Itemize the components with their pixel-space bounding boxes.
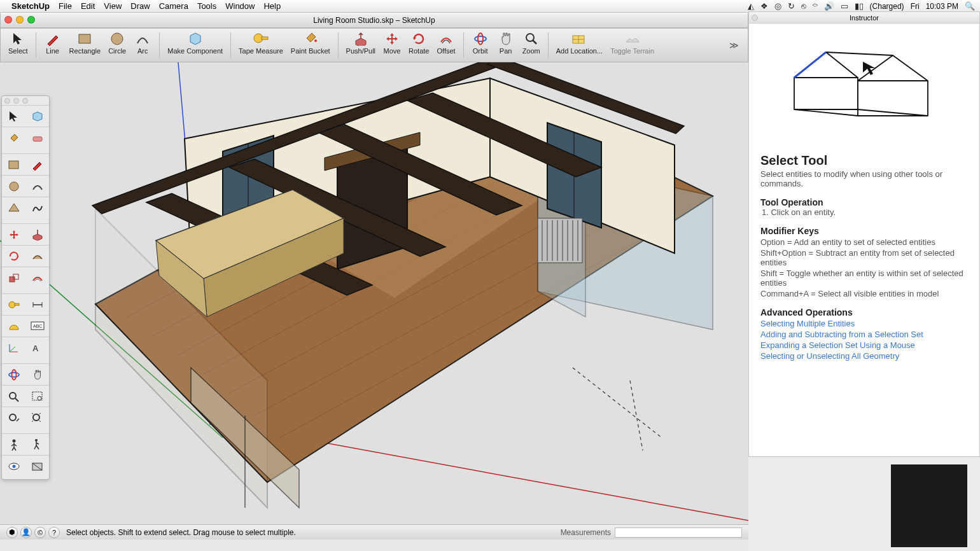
palette-zoom-window[interactable] [25,385,49,407]
palette-pan[interactable] [25,363,49,385]
spotlight-icon[interactable]: 🔍 [965,1,975,11]
palette-polygon[interactable] [2,197,25,218]
tool-circle[interactable]: Circle [104,29,130,61]
window-zoom-button[interactable] [27,16,35,24]
palette-protractor[interactable] [2,315,25,337]
menu-help[interactable]: Help [263,1,281,11]
instructor-link[interactable]: Selecting Multiple Entities [760,319,968,328]
palette-offset[interactable] [25,267,49,288]
menubar-right: ◭ ❖ ◎ ↻ ⎋ ⌔ 🔊 ▭ ▮▯ (Charged) Fri 10:03 P… [748,1,975,11]
palette-3d-text[interactable]: A [25,337,49,358]
window-titlebar[interactable]: Living Room Studio.skp – SketchUp [0,13,748,28]
toolbar-separator [548,32,549,58]
palette-select[interactable] [2,105,25,127]
menubar-time[interactable]: 10:03 PM [926,2,958,11]
window-close-button[interactable] [4,16,12,24]
gdrive-icon[interactable]: ◭ [748,1,754,11]
palette-freehand[interactable] [25,197,49,218]
palette-move[interactable] [2,223,25,245]
palette-previous[interactable] [2,407,25,428]
component-icon [186,31,204,47]
tool-pan[interactable]: Pan [493,29,519,61]
palette-axes[interactable] [2,337,25,358]
tool-paint-bucket[interactable]: Paint Bucket [287,29,334,61]
palette-walk[interactable] [25,433,49,455]
wifi-icon[interactable]: ⌔ [813,1,818,11]
instructor-illustration [749,24,979,151]
menu-camera[interactable]: Camera [159,1,188,11]
instructor-close-button[interactable] [752,15,758,21]
osx-menubar[interactable]: SketchUp File Edit View Draw Camera Tool… [0,0,980,13]
measurements-input[interactable] [615,527,742,538]
palette-follow-me[interactable] [25,245,49,267]
tool-orbit[interactable]: Orbit [468,29,493,61]
tool-add-location[interactable]: Add Location... [552,29,606,61]
status-help-icon[interactable]: ? [48,527,60,538]
palette-tape-measure[interactable] [2,293,25,315]
measurements-label: Measurements [561,528,611,537]
palette-position-camera[interactable] [2,433,25,455]
menubar-appname[interactable]: SketchUp [11,1,50,11]
status-credits-icon[interactable]: © [34,527,46,538]
palette-eraser[interactable] [25,127,49,148]
instructor-titlebar[interactable]: Instructor [749,12,979,24]
palette-text[interactable]: ABC [25,315,49,337]
toolbar-overflow-icon[interactable]: ≫ [729,40,744,50]
menu-tools[interactable]: Tools [197,1,216,11]
palette-make-component[interactable] [25,105,49,127]
palette-titlebar[interactable] [2,96,49,105]
tool-move[interactable]: Move [379,29,405,61]
backup-icon[interactable]: ◎ [774,1,781,11]
palette-zoom[interactable] [2,385,25,407]
palette-circle[interactable] [2,175,25,197]
tool-label: Line [46,47,59,55]
tool-line[interactable]: Line [40,29,66,61]
window-minimize-button[interactable] [16,16,24,24]
instructor-link[interactable]: Expanding a Selection Set Using a Mouse [760,340,968,350]
menu-draw[interactable]: Draw [130,1,150,11]
tool-offset[interactable]: Offset [433,29,459,61]
palette-scale[interactable] [2,267,25,288]
menubar-day[interactable]: Fri [911,2,920,11]
palette-arc[interactable] [25,175,49,197]
palette-rotate[interactable] [2,245,25,267]
orbit-icon [472,31,489,47]
tool-rotate[interactable]: Rotate [405,29,433,61]
menu-edit[interactable]: Edit [81,1,95,11]
palette-dimensions[interactable] [25,293,49,315]
palette-rectangle[interactable] [2,153,25,175]
instructor-link[interactable]: Selecting or Unselecting All Geometry [760,351,968,361]
palette-push-pull[interactable] [25,223,49,245]
palette-look-around[interactable] [2,455,25,477]
tool-rectangle[interactable]: Rectangle [66,29,105,61]
sync-icon[interactable]: ❖ [760,1,768,11]
menu-view[interactable]: View [104,1,122,11]
display-icon[interactable]: ▭ [841,1,848,11]
menu-window[interactable]: Window [225,1,255,11]
palette-section-plane[interactable] [25,455,49,477]
svg-rect-3 [262,37,268,39]
tool-make-component[interactable]: Make Component [164,29,227,61]
battery-icon[interactable]: ▮▯ [855,1,864,11]
tool-tape-measure[interactable]: Tape Measure [235,29,287,61]
palette-orbit[interactable] [2,363,25,385]
tool-arc[interactable]: Arc [130,29,155,61]
palette-paint-bucket[interactable] [2,127,25,148]
volume-icon[interactable]: 🔊 [824,1,834,11]
tool-select[interactable]: Select [4,29,32,61]
tool-label: Paint Bucket [291,47,330,55]
tool-push-pull[interactable]: Push/Pull [342,29,379,61]
bluetooth-icon[interactable]: ⎋ [801,1,806,11]
model-viewport[interactable] [0,62,748,524]
status-geo-icon[interactable]: ⬢ [6,527,18,538]
tool-toggle-terrain[interactable]: Toggle Terrain [606,29,658,61]
svg-point-1 [111,33,123,45]
menu-file[interactable]: File [59,1,72,11]
tool-zoom[interactable]: Zoom [519,29,544,61]
palette-zoom-extents[interactable] [25,407,49,428]
status-person-icon[interactable]: 👤 [20,527,32,538]
instructor-link[interactable]: Adding and Subtracting from a Selection … [760,330,968,339]
clock-icon[interactable]: ↻ [788,1,795,11]
tool-palette[interactable]: ABC A [1,95,50,480]
palette-pencil[interactable] [25,153,49,175]
